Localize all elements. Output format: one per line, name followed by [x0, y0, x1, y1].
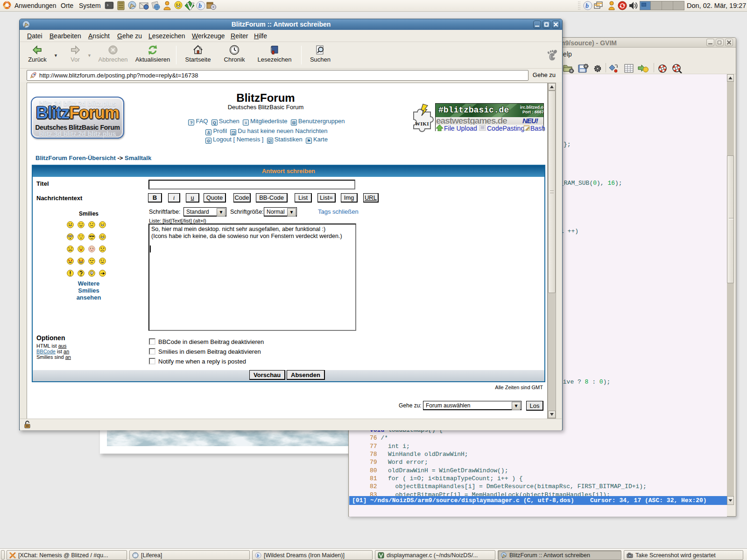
svg-text:b: b	[198, 2, 202, 9]
svg-text:b: b	[257, 553, 259, 558]
svg-text:WIKI: WIKI	[415, 121, 429, 126]
svg-text:b: b	[585, 2, 589, 9]
